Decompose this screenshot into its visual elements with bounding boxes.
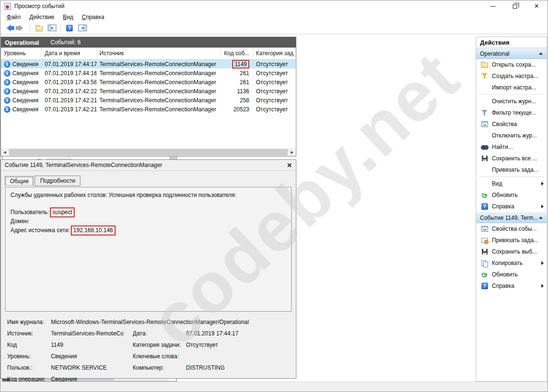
action-item-label: Создать настра... [492,73,538,79]
action-item[interactable]: Копировать [476,257,547,269]
save-icon [480,249,489,255]
event-list-panel: Operational Событий: 6 УровеньДата и вре… [0,37,296,157]
detail-close-icon[interactable]: ✕ [287,162,292,169]
forward-button[interactable] [16,23,27,33]
submenu-arrow-icon [541,182,544,186]
action-group-title: Событие 1149, Term... [480,215,538,221]
action-item[interactable]: Привязать зада... [476,235,547,246]
column-header-4[interactable]: Категория зад. [253,48,296,59]
event-row[interactable]: Сведения07.01.2019 17:42:21TerminalServi… [1,96,296,105]
tab-details[interactable]: Подробности [35,176,80,186]
event-row[interactable]: Сведения07.01.2019 17:44:16TerminalServi… [1,69,296,78]
action-item[interactable]: Вид [476,178,547,189]
action-item-label: Открыть сохра... [492,61,536,68]
action-item[interactable]: Найти... [476,141,547,153]
action-item-label: Очистить журн... [492,98,536,105]
close-button[interactable]: × [526,0,548,12]
action-item[interactable]: Создать настра... [476,70,547,82]
scroll-left-icon[interactable]: ◄ [1,148,9,156]
filter-icon [480,110,489,116]
open-saved-log-button[interactable] [34,23,44,33]
action-group-header-0[interactable]: Operational [476,48,547,59]
event-table-header: УровеньДата и времяИсточникКод соб...Кат… [1,48,296,59]
event-source-cell: TerminalServices-RemoteConnectionManager [97,70,221,77]
event-level-cell: Сведения [1,61,42,68]
event-row[interactable]: Сведения07.01.2019 17:44:17TerminalServi… [1,59,296,69]
action-group-header-1[interactable]: Событие 1149, Term... [476,212,547,223]
help-icon [480,283,489,289]
action-item[interactable]: Очистить журн... [476,96,547,107]
info-icon [4,70,10,77]
tab-general[interactable]: Общие [5,176,34,186]
separator [479,94,544,95]
column-header-2[interactable]: Источник [97,48,221,59]
copy-icon [481,260,488,266]
event-category-cell: Отсутствует [253,106,296,113]
event-category-cell: Отсутствует [253,70,296,77]
action-item[interactable]: Справка [476,201,547,212]
scrollbar-thumb[interactable] [9,149,288,156]
action-pane-toggle-button[interactable] [77,23,88,33]
menu-item[interactable]: Действие [25,13,59,21]
info-icon [4,97,10,104]
action-item[interactable]: Свойства [476,118,547,130]
event-row[interactable]: Сведения07.01.2019 17:42:22TerminalServi… [1,87,296,96]
copy-icon [480,260,489,266]
action-item[interactable]: Сохранить все ... [476,153,547,164]
column-header-3[interactable]: Код соб... [221,48,253,59]
console-tree-icon [48,25,56,31]
action-item[interactable]: Привязать зада... [476,164,547,176]
refresh-icon [480,272,489,277]
event-source-cell: TerminalServices-RemoteConnectionManager [97,61,221,68]
action-item[interactable]: Справка [476,280,547,292]
restore-icon [513,4,517,9]
help-button[interactable] [64,23,75,33]
action-item[interactable]: Свойства собы... [476,223,547,235]
field-label: Код [7,342,51,348]
action-pane-icon [78,25,87,31]
user-value-highlight: suspect [50,207,74,217]
field-label: Ключевые слова: [133,353,186,360]
action-item-label: Обновить [492,271,518,278]
field-value: NETWORK SERVICE [51,364,107,371]
action-item[interactable]: Отключить жур... [476,130,547,141]
scroll-right-icon[interactable]: ► [288,148,296,156]
action-item[interactable]: Обновить [476,189,547,201]
event-datetime-cell: 07.01.2019 17:43:56 [42,79,97,86]
event-code-highlight: 1149 [232,60,249,69]
field-label: Дата: [133,330,186,337]
field-label: Источник: [7,330,51,337]
event-datetime-cell: 07.01.2019 17:42:21 [42,97,97,104]
event-row[interactable]: Сведения07.01.2019 17:43:56TerminalServi… [1,78,296,87]
menu-item[interactable]: Справка [78,13,108,21]
event-description: Службы удаленных рабочих столов: Успешна… [5,187,292,312]
list-horizontal-scrollbar[interactable]: ◄ ► [1,148,296,156]
action-item[interactable]: Импорт настра... [476,82,547,93]
save-icon [482,156,488,161]
action-item-label: Найти... [492,144,513,150]
column-header-1[interactable]: Дата и время [42,48,97,59]
forward-icon [19,25,27,31]
menu-item[interactable]: Вид [59,13,78,21]
menu-item[interactable]: Файл [2,13,25,21]
event-viewer-app-icon [4,3,11,10]
event-code-cell: 261 [221,70,253,77]
center-area: Operational Событий: 6 УровеньДата и вре… [0,34,296,382]
action-item[interactable]: Сохранить выб... [476,246,547,257]
minimize-button[interactable] [482,0,504,12]
restore-button[interactable] [504,0,526,12]
field-value: TerminalServices-RemoteCo [51,330,124,337]
action-item[interactable]: Обновить [476,269,547,280]
event-row[interactable]: Сведения07.01.2019 17:42:21TerminalServi… [1,105,296,114]
event-code-cell: 1136 [221,88,253,95]
action-item[interactable]: Открыть сохра... [476,59,547,70]
info-icon [4,61,10,68]
open-saved-log-icon [36,26,43,31]
console-tree-toggle-button[interactable] [47,23,57,33]
back-button[interactable] [3,23,14,33]
action-item-label: Фильтр текуще... [492,109,536,116]
submenu-arrow-icon [541,205,544,208]
action-item[interactable]: Фильтр текуще... [476,107,547,118]
column-header-0[interactable]: Уровень [1,48,42,59]
submenu-arrow-icon [541,284,544,288]
